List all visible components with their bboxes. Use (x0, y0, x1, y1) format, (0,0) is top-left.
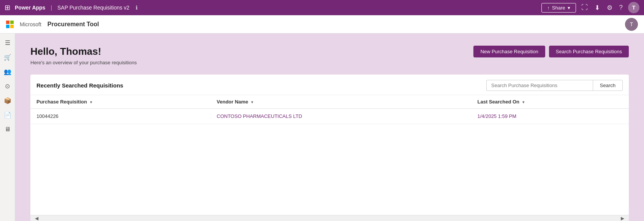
svg-rect-1 (10, 21, 14, 24)
share-icon: ↑ (547, 5, 550, 11)
results-table: Purchase Requisition ▾ Vendor Name ▾ Las… (30, 95, 629, 124)
content-header: Hello, Thomas! Here's an overview of you… (30, 46, 629, 65)
microsoft-logo (6, 21, 14, 28)
svg-rect-3 (10, 25, 14, 28)
table-toolbar: Recently Searched Requisitions Search (30, 75, 629, 95)
new-purchase-requisition-button[interactable]: New Purchase Requisition (473, 46, 545, 57)
sidebar: ☰ 🛒 👥 ⊙ 📦 📄 🖥 (0, 33, 15, 221)
table-header-row: Purchase Requisition ▾ Vendor Name ▾ Las… (30, 95, 629, 109)
content-area: Hello, Thomas! Here's an overview of you… (15, 33, 644, 221)
logo-area: Microsoft Procurement Tool (6, 21, 99, 28)
avatar[interactable]: T (628, 2, 639, 13)
chevron-down-icon: ▾ (568, 5, 570, 11)
download-button[interactable]: ⬇ (593, 4, 601, 12)
sidebar-icon-circle[interactable]: ⊙ (2, 80, 14, 92)
sidebar-icon-users[interactable]: 👥 (2, 65, 14, 78)
scroll-left-arrow[interactable]: ◀ (33, 216, 40, 221)
help-button[interactable]: ? (618, 4, 624, 11)
sidebar-icon-cart[interactable]: 🛒 (2, 51, 14, 63)
scroll-bar-area: ◀ ▶ (30, 215, 629, 221)
greeting-area: Hello, Thomas! Here's an overview of you… (30, 46, 137, 65)
svg-rect-2 (6, 25, 9, 28)
search-purchase-requisitions-button[interactable]: Search Purchase Requisitions (549, 46, 629, 57)
grid-icon[interactable]: ⊞ (5, 3, 10, 12)
sort-icon-pr: ▾ (90, 100, 92, 104)
search-button[interactable]: Search (593, 80, 623, 91)
header-title: Procurement Tool (47, 21, 99, 28)
col-label-vendor: Vendor Name (217, 99, 248, 105)
col-header-pr[interactable]: Purchase Requisition ▾ (30, 95, 210, 109)
subtitle-text: Here's an overview of your purchase requ… (30, 60, 137, 65)
col-header-date[interactable]: Last Searched On ▾ (471, 95, 629, 109)
header-avatar[interactable]: T (625, 18, 638, 31)
col-label-pr: Purchase Requisition (36, 99, 87, 105)
cell-pr: 10044226 (30, 109, 210, 124)
sidebar-icon-monitor[interactable]: 🖥 (2, 123, 14, 135)
scroll-right-arrow[interactable]: ▶ (619, 216, 626, 221)
sidebar-icon-document[interactable]: 📄 (2, 109, 14, 121)
col-label-date: Last Searched On (477, 99, 519, 105)
action-buttons: New Purchase Requisition Search Purchase… (473, 46, 629, 57)
topbar: ⊞ Power Apps | SAP Purchase Requisitions… (0, 0, 644, 15)
search-area: Search (486, 80, 623, 91)
topbar-right: ↑ Share ▾ ⛶ ⬇ ⚙ ? T (541, 2, 639, 13)
table-section: Recently Searched Requisitions Search Pu… (30, 75, 629, 215)
table-container: Purchase Requisition ▾ Vendor Name ▾ Las… (30, 95, 629, 215)
col-header-vendor[interactable]: Vendor Name ▾ (210, 95, 471, 109)
greeting-text: Hello, Thomas! (30, 46, 137, 57)
cell-vendor[interactable]: CONTOSO PHARMACEUTICALS LTD (210, 109, 471, 124)
screen-button[interactable]: ⛶ (580, 4, 589, 11)
app-name-label: Power Apps (15, 5, 45, 11)
sub-app-name-label: SAP Purchase Requisitions v2 (57, 5, 130, 11)
ms-label: Microsoft (20, 21, 41, 27)
sidebar-icon-menu[interactable]: ☰ (2, 37, 14, 49)
sidebar-icon-package[interactable]: 📦 (2, 94, 14, 107)
search-input[interactable] (486, 80, 593, 91)
sort-icon-date: ▾ (522, 100, 524, 104)
cell-date: 1/4/2025 1:59 PM (471, 109, 629, 124)
topbar-left: ⊞ Power Apps | SAP Purchase Requisitions… (5, 3, 138, 12)
table-row: 10044226CONTOSO PHARMACEUTICALS LTD1/4/2… (30, 109, 629, 124)
settings-button[interactable]: ⚙ (605, 4, 614, 12)
table-title: Recently Searched Requisitions (36, 82, 123, 89)
share-button[interactable]: ↑ Share ▾ (541, 3, 576, 13)
header-bar: Microsoft Procurement Tool T (0, 15, 644, 33)
sort-icon-vendor: ▾ (251, 100, 253, 104)
share-label: Share (552, 5, 565, 11)
main-layout: ☰ 🛒 👥 ⊙ 📦 📄 🖥 Hello, Thomas! Here's an o… (0, 33, 644, 221)
topbar-divider: | (51, 5, 52, 11)
svg-rect-0 (6, 21, 9, 24)
info-icon[interactable]: ℹ (136, 5, 138, 11)
